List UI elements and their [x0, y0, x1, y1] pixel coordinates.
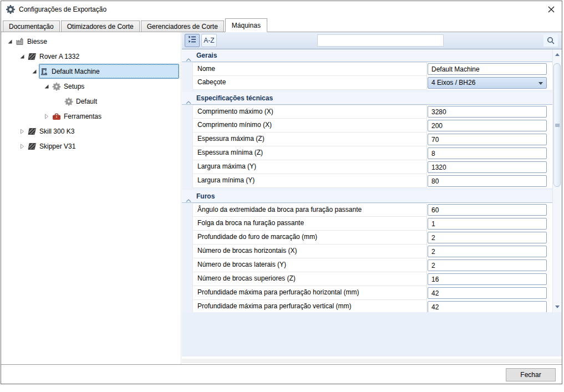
factory-icon	[16, 37, 26, 46]
machine-hatched-icon	[28, 52, 38, 61]
drill-machine-icon	[40, 67, 50, 76]
tree-row: Rover A 1332	[1, 49, 181, 64]
numero-de-brocas-laterais-y-input[interactable]	[428, 259, 547, 271]
close-icon[interactable]	[546, 4, 556, 14]
tree-item-skill-300-k3[interactable]: Skill 300 K3	[27, 124, 179, 139]
search-icon[interactable]	[543, 34, 558, 47]
dropdown-value: 4 Eixos / BH26	[431, 79, 475, 86]
tree-item-label: Ferramentas	[62, 113, 101, 120]
property-row: Profundidade máxima para perfuração hori…	[192, 286, 552, 300]
tree-item-label: Skipper V31	[38, 142, 75, 150]
section-header-furos[interactable]: Furos	[182, 190, 552, 203]
profundidade-maxima-para-perfuracao-horizontal-mm-input[interactable]	[428, 287, 547, 299]
section-collapse-icon[interactable]	[186, 195, 191, 198]
profundidade-do-furo-de-marcacao-mm-input[interactable]	[428, 232, 547, 243]
property-label: Profundidade do furo de marcação (mm)	[192, 231, 427, 245]
tree-item-label: Biesse	[26, 38, 47, 45]
property-label: Cabeçote	[192, 76, 427, 90]
tree-item-ferramentas[interactable]: Ferramentas	[51, 109, 179, 124]
search-input[interactable]	[317, 34, 444, 47]
property-label: Comprimento mínimo (X)	[192, 119, 427, 133]
tab-gerenciadores-de-corte[interactable]: Gerenciadores de Corte	[141, 21, 224, 32]
expanded-expander-icon[interactable]	[42, 82, 51, 91]
tree-row: Default	[1, 94, 181, 109]
property-label: Profundidade máxima para perfuração hori…	[192, 286, 427, 300]
categorized-view-icon	[188, 35, 197, 46]
tree-row: Setups	[1, 79, 181, 94]
panel-filler	[182, 312, 562, 357]
machines-tree: BiesseRover A 1332Default MachineSetupsD…	[1, 32, 181, 364]
close-dialog-button[interactable]: Fechar	[506, 368, 556, 381]
collapsed-expander-icon[interactable]	[18, 127, 27, 136]
angulo-da-extremidade-da-broca-para-furacao-passante-input[interactable]	[428, 204, 547, 216]
section-collapse-icon[interactable]	[186, 96, 191, 100]
property-row: Largura máxima (Y)	[192, 160, 552, 174]
property-grid: GeraisNomeCabeçote4 Eixos / BH26Especifi…	[182, 49, 562, 312]
largura-maxima-y-input[interactable]	[428, 161, 547, 173]
expanded-expander-icon[interactable]	[6, 37, 14, 46]
numero-de-brocas-superiores-z-input[interactable]	[428, 273, 547, 285]
espessura-maxima-z-input[interactable]	[428, 134, 547, 145]
numero-de-brocas-horizontais-x-input[interactable]	[428, 246, 547, 257]
tree-item-label: Default	[74, 98, 97, 105]
property-label: Número de brocas superiores (Z)	[192, 272, 427, 286]
section-header-gerais[interactable]: Gerais	[182, 49, 552, 62]
property-row: Profundidade máxima para perfuração vert…	[192, 300, 552, 312]
horizontal-scrollbar-track[interactable]	[182, 359, 562, 363]
largura-minima-y-input[interactable]	[428, 175, 547, 187]
comprimento-minimo-x-input[interactable]	[428, 120, 547, 131]
nome-input[interactable]	[428, 63, 547, 75]
tab-maquinas[interactable]: Máquinas	[225, 18, 267, 32]
folga-da-broca-na-furacao-passante-input[interactable]	[428, 218, 547, 230]
tab-otimizadores-de-corte[interactable]: Otimizadores de Corte	[61, 21, 140, 32]
toolbox-icon	[52, 112, 62, 121]
tree-item-default-machine[interactable]: Default Machine	[39, 64, 179, 79]
gear-app-icon	[6, 5, 15, 14]
gear-icon	[52, 82, 62, 91]
tree-item-default[interactable]: Default	[63, 94, 179, 109]
property-label: Folga da broca na furação passante	[192, 217, 427, 231]
export-settings-dialog: Configurações de Exportação Documentação…	[1, 1, 562, 384]
scroll-down-icon[interactable]	[553, 303, 562, 311]
gear-icon	[64, 97, 74, 106]
scroll-up-icon[interactable]	[553, 50, 562, 59]
property-label: Número de brocas laterais (Y)	[192, 258, 427, 272]
tree-item-rover-a-1332[interactable]: Rover A 1332	[27, 49, 179, 64]
section-collapse-icon[interactable]	[186, 54, 191, 57]
profundidade-maxima-para-perfuracao-vertical-mm-input[interactable]	[428, 301, 547, 312]
expanded-expander-icon[interactable]	[30, 67, 39, 76]
tab-documentacao[interactable]: Documentação	[3, 21, 60, 32]
property-label: Largura máxima (Y)	[192, 160, 427, 174]
cabecote-dropdown[interactable]: 4 Eixos / BH26	[428, 77, 547, 89]
property-row: Comprimento máximo (X)	[192, 105, 552, 119]
expanded-expander-icon[interactable]	[18, 52, 27, 61]
collapsed-expander-icon[interactable]	[18, 142, 27, 151]
machine-hatched-icon	[28, 142, 38, 151]
property-label: Espessura mínima (Z)	[192, 146, 427, 160]
comprimento-maximo-x-input[interactable]	[428, 106, 547, 118]
espessura-minima-z-input[interactable]	[428, 147, 547, 159]
tree-row: Default Machine	[1, 64, 181, 79]
vertical-scrollbar[interactable]	[552, 49, 562, 312]
alphabetical-sort-button[interactable]: A-Z	[201, 34, 217, 47]
dialog-title: Configurações de Exportação	[19, 6, 106, 13]
tree-row: Biesse	[1, 34, 181, 49]
scrollbar-thumb[interactable]	[553, 63, 561, 187]
tree-item-skipper-v31[interactable]: Skipper V31	[27, 139, 179, 154]
section-header-especificacoes-tecnicas[interactable]: Especificações técnicas	[182, 92, 552, 105]
property-row: Cabeçote4 Eixos / BH26	[192, 76, 552, 90]
tab-strip: DocumentaçãoOtimizadores de CorteGerenci…	[1, 18, 562, 32]
property-row: Ângulo da extremidade da broca para fura…	[192, 203, 552, 217]
scrollbar-grip	[555, 123, 560, 127]
property-label: Comprimento máximo (X)	[192, 105, 427, 119]
categorized-view-button[interactable]	[185, 34, 200, 47]
tree-item-biesse[interactable]: Biesse	[14, 34, 179, 49]
tree-item-setups[interactable]: Setups	[51, 79, 179, 94]
properties-toolbar: A-Z	[182, 32, 562, 49]
property-label: Profundidade máxima para perfuração vert…	[192, 300, 427, 312]
property-row: Número de brocas laterais (Y)	[192, 258, 552, 272]
property-row: Espessura máxima (Z)	[192, 133, 552, 146]
collapsed-expander-icon[interactable]	[42, 112, 51, 121]
section-title: Furos	[196, 192, 215, 200]
property-row: Folga da broca na furação passante	[192, 217, 552, 231]
